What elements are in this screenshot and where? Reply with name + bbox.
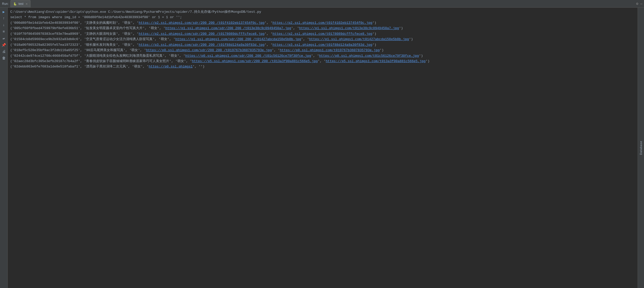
record-prefix: ('005cf60f8fbed4759979bf8efe036b51', '短发… bbox=[10, 26, 165, 30]
record-suffix: ') bbox=[426, 59, 430, 63]
minimize-icon[interactable]: — bbox=[640, 2, 642, 6]
record-separator: ', ' bbox=[311, 54, 319, 58]
record-prefix: ('000d80f8e14d1bfeb42e403039934f00', '文静… bbox=[10, 21, 139, 25]
tab-bar: Run: 🐍 test ✕ ⚙ — bbox=[0, 0, 644, 8]
record-prefix: ('02aec28d3bfc305e3efb20187c7b4a2f', '青春… bbox=[10, 59, 192, 63]
url1-link[interactable]: https://p2.ssl.qhimgs1.com/sdr/200_200_/… bbox=[139, 21, 264, 25]
sidebar-label: Database bbox=[639, 141, 642, 155]
record-prefix: ('018ef5c520e35bf9ac3f2db116a65f25', '90… bbox=[10, 48, 146, 52]
url2-link[interactable]: https://p0.ssl.qhimgs1.com/t01c56126ce79… bbox=[319, 54, 419, 58]
table-row: ('000d80f8e14d1bfeb42e403039934f00', '文静… bbox=[10, 20, 635, 26]
down-button[interactable]: ↓ bbox=[1, 22, 7, 28]
run-button[interactable]: ▶ bbox=[1, 9, 7, 15]
record-suffix: ') bbox=[372, 32, 377, 36]
window-controls: ⚙ — bbox=[636, 2, 642, 6]
tab-close-button[interactable]: ✕ bbox=[26, 3, 28, 5]
run-label: Run: bbox=[2, 2, 8, 6]
record-suffix: ') bbox=[380, 48, 384, 52]
url2-link[interactable]: https://p5.ssl.qhimgs1.com/t013a3f00a881… bbox=[326, 59, 426, 63]
sql-line: select * from images where img_id = '000… bbox=[10, 15, 635, 20]
url1-link[interactable]: https://p0.ssl.qhimgs1.com/sdr/200_200_/… bbox=[185, 54, 311, 58]
record-prefix: ('010f70f86450970383cef93e79ea8969', '文静… bbox=[10, 32, 139, 36]
url1-link[interactable]: https://p1.ssl.qhimgs1.com/sdr/200_200_/… bbox=[175, 37, 301, 41]
url2-link[interactable]: https://p0.ssl.qhimgs1.com/t019767b36078… bbox=[280, 48, 380, 52]
url2-link[interactable]: https://p3.ssl.qhimgs1.com/t01f88d124a9a… bbox=[273, 43, 372, 47]
url1-link[interactable]: https://p0.ssl.qhimgs1 bbox=[149, 65, 193, 68]
url2-link[interactable]: https://p2.ssl.qhimgs1.com/t01f4102eb137… bbox=[273, 21, 372, 25]
rerun-button[interactable]: ⇌ bbox=[1, 35, 7, 41]
url1-link[interactable]: https://p2.ssl.qhimgs1.com/sdr/200_200_/… bbox=[139, 32, 264, 36]
up-button[interactable]: ↑ bbox=[1, 15, 7, 21]
pin-button[interactable]: 📌 bbox=[1, 42, 7, 48]
record-separator: ', ' bbox=[291, 26, 299, 30]
clear-button[interactable]: 🗑 bbox=[1, 55, 7, 61]
record-separator: ', ' bbox=[272, 48, 280, 52]
output-area[interactable]: C:\Users\AmoXiang\Envs\spider\Scripts\py… bbox=[8, 8, 638, 288]
table-row: ('005cf60f8fbed4759979bf8efe036b51', '短发… bbox=[10, 26, 635, 31]
table-row: ('02aec28d3bfc305e3efb20187c7b4a2f', '青春… bbox=[10, 59, 635, 64]
record-suffix: ') bbox=[201, 65, 205, 68]
record-suffix: ') bbox=[409, 37, 413, 41]
record-separator: ', ' bbox=[301, 37, 309, 41]
table-row: ('02debb863e6fe7683a1de8e518fabaf1', '漂亮… bbox=[10, 64, 635, 69]
right-sidebar[interactable]: Database bbox=[638, 8, 644, 288]
record-separator: ', ' bbox=[264, 32, 272, 36]
record-prefix: ('018a06f865329a82365fe57ea1972323', '细长… bbox=[10, 43, 139, 47]
url1-link[interactable]: https://p0.ssl.qhimgs1.com/sdr/200_200_/… bbox=[146, 48, 272, 52]
main-content: ▶ ↑ ↓ ≡ ⇌ 📌 🖨 🗑 C:\Users\AmoXiang\Envs\s… bbox=[0, 8, 644, 288]
menu-button[interactable]: ≡ bbox=[1, 29, 7, 35]
tab-name: test bbox=[18, 2, 23, 6]
url1-link[interactable]: https://p1.ssl.qhimgs1.com/sdr/200_200_/… bbox=[165, 26, 291, 30]
record-separator: ', ' bbox=[318, 59, 326, 63]
main-window: Run: 🐍 test ✕ ⚙ — ▶ ↑ ↓ ≡ ⇌ 📌 🖨 🗑 C:\Use… bbox=[0, 0, 644, 288]
url2-link[interactable]: https://p1.ssl.qhimgs1.com/t013e38c9c094… bbox=[299, 26, 399, 30]
record-prefix: ('01584cb8d59669ece9b2b932a83db0c6', '空灵… bbox=[10, 37, 175, 41]
record-prefix: ('02442cde974ce12708c4668450afd75f', '大眼… bbox=[10, 54, 185, 58]
print-button[interactable]: 🖨 bbox=[1, 49, 7, 55]
table-row: ('010f70f86450970383cef93e79ea8969', '文静… bbox=[10, 31, 635, 37]
record-separator: ', ' bbox=[264, 21, 272, 25]
table-row: ('02442cde974ce12708c4668450afd75f', '大眼… bbox=[10, 53, 635, 59]
table-row: ('01584cb8d59669ece9b2b932a83db0c6', '空灵… bbox=[10, 37, 635, 42]
record-separator: ', ' bbox=[264, 43, 272, 47]
tab-icon: 🐍 bbox=[13, 2, 17, 6]
table-row: ('018ef5c520e35bf9ac3f2db116a65f25', '90… bbox=[10, 48, 635, 53]
command-line: C:\Users\AmoXiang\Envs\spider\Scripts\py… bbox=[10, 9, 635, 15]
left-toolbar: ▶ ↑ ↓ ≡ ⇌ 📌 🖨 🗑 bbox=[0, 8, 8, 288]
table-row: ('018a06f865329a82365fe57ea1972323', '细长… bbox=[10, 42, 635, 48]
tab-test[interactable]: 🐍 test ✕ bbox=[10, 0, 30, 7]
settings-icon[interactable]: ⚙ bbox=[636, 2, 638, 6]
url2-link[interactable]: https://p2.ssl.qhimgs1.com/t0178089dcfff… bbox=[273, 32, 372, 36]
record-suffix: ') bbox=[419, 54, 423, 58]
record-suffix: ') bbox=[372, 21, 377, 25]
record-separator: ', ' bbox=[193, 65, 201, 68]
record-suffix: ') bbox=[372, 43, 377, 47]
url1-link[interactable]: https://p5.ssl.qhimgs1.com/sdr/200_200_/… bbox=[192, 59, 318, 63]
url1-link[interactable]: https://p3.ssl.qhimgs1.com/sdr/200_200_/… bbox=[139, 43, 264, 47]
record-prefix: ('02debb863e6fe7683a1de8e518fabaf1', '漂亮… bbox=[10, 65, 149, 68]
record-suffix: ') bbox=[399, 26, 403, 30]
url2-link[interactable]: https://p1.ssl.qhimgs1.com/t01427abcda15… bbox=[309, 37, 409, 41]
